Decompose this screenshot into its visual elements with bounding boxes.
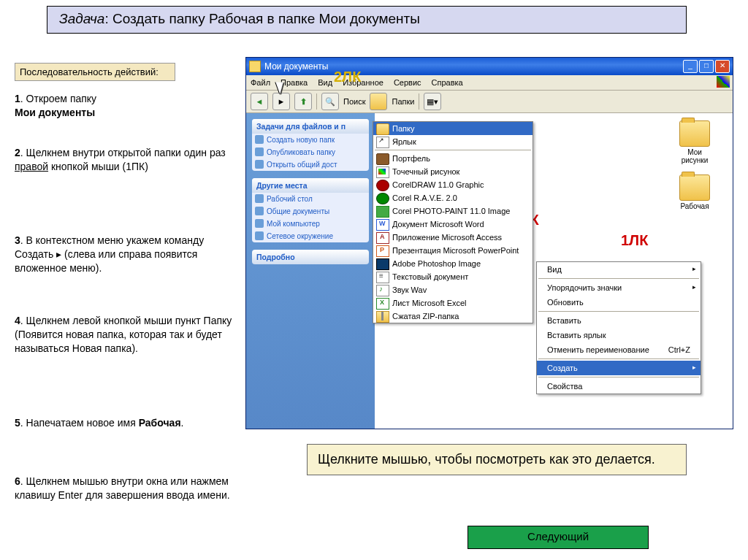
folder-working[interactable]: Рабочая xyxy=(674,174,715,210)
tasks-panel: Задачи для файлов и п Создать новую папк… xyxy=(252,119,369,171)
annotation-2lk: 2ЛК xyxy=(334,69,361,85)
search-icon[interactable]: 🔍 xyxy=(321,93,339,110)
create-bmp[interactable]: Точечный рисунок xyxy=(373,165,533,178)
menu-view[interactable]: Вид xyxy=(318,78,332,87)
folder-icon xyxy=(249,61,261,72)
ctx-paste-link[interactable]: Вставить ярлык xyxy=(537,328,701,342)
window-title: Мои документы xyxy=(264,61,328,72)
create-word[interactable]: Документ Microsoft Word xyxy=(373,218,533,231)
up-button[interactable]: ⬆ xyxy=(294,93,312,110)
task-publish[interactable]: Опубликовать папку xyxy=(252,146,369,158)
create-coreldraw[interactable]: CorelDRAW 11.0 Graphic xyxy=(373,178,533,191)
forward-button[interactable]: ► xyxy=(272,93,290,110)
create-briefcase[interactable]: Портфель xyxy=(373,152,533,165)
titlebar[interactable]: Мои документы _ □ ✕ xyxy=(246,58,733,75)
step-4: 4. Щелкнем левой кнопкой мыши пункт Папк… xyxy=(15,314,234,356)
task-create-folder[interactable]: Создать новую папк xyxy=(252,134,369,146)
menu-file[interactable]: Файл xyxy=(251,78,270,87)
step-6: 6. Щелкнем мышью внутри окна или нажмем … xyxy=(15,475,248,502)
place-network[interactable]: Сетевое окружение xyxy=(252,230,369,242)
task-share[interactable]: Открыть общий дост xyxy=(252,158,369,171)
ctx-refresh[interactable]: Обновить xyxy=(537,295,701,310)
sidebar: Задачи для файлов и п Создать новую папк… xyxy=(246,113,375,429)
create-photopaint[interactable]: Corel PHOTO-PAINT 11.0 Image xyxy=(373,204,533,218)
close-button[interactable]: ✕ xyxy=(715,60,730,73)
create-shortcut[interactable]: Ярлык xyxy=(373,135,533,148)
create-excel[interactable]: Лист Microsoft Excel xyxy=(373,296,533,310)
places-panel: Другие места Рабочий стол Общие документ… xyxy=(252,178,369,242)
annotation-1lk: 1ЛК xyxy=(621,232,648,249)
create-folder[interactable]: Папку xyxy=(373,122,533,135)
folder-my-pictures[interactable]: Мои рисунки xyxy=(674,120,715,164)
menu-help[interactable]: Справка xyxy=(432,78,463,87)
ctx-undo[interactable]: Отменить переименованиеCtrl+Z xyxy=(537,342,701,357)
toolbar: ◄ ► ⬆ 🔍 Поиск Папки ▦▾ xyxy=(246,91,733,113)
create-photoshop[interactable]: Adobe Photoshop Image xyxy=(373,257,533,270)
place-desktop[interactable]: Рабочий стол xyxy=(252,193,369,205)
details-panel: Подробно xyxy=(252,250,369,264)
task-label: Задача xyxy=(59,11,104,26)
ctx-properties[interactable]: Свойства xyxy=(537,379,701,394)
folders-label[interactable]: Папки xyxy=(392,97,414,106)
step-3: 3. В контекстном меню укажем команду Соз… xyxy=(15,234,234,275)
windows-flag-icon xyxy=(717,76,730,88)
search-label[interactable]: Поиск xyxy=(343,97,365,106)
views-button[interactable]: ▦▾ xyxy=(424,93,441,110)
place-shared[interactable]: Общие документы xyxy=(252,205,369,218)
create-wav[interactable]: Звук Wav xyxy=(373,283,533,296)
step-1: 1. Откроем папку Мои документы xyxy=(15,92,234,120)
sequence-header: Последовательность действий: xyxy=(15,63,175,81)
ctx-paste[interactable]: Вставить xyxy=(537,313,701,328)
folders-icon[interactable] xyxy=(370,93,387,110)
context-menu: Вид Упорядочить значки Обновить Вставить… xyxy=(536,261,701,394)
minimize-button[interactable]: _ xyxy=(683,60,698,73)
create-access[interactable]: Приложение Microsoft Access xyxy=(373,231,533,244)
ctx-arrange[interactable]: Упорядочить значки xyxy=(537,280,701,295)
place-computer[interactable]: Мой компьютер xyxy=(252,218,369,230)
back-button[interactable]: ◄ xyxy=(251,93,268,110)
step-2: 2. Щелкнем внутри открытой папки один ра… xyxy=(15,146,234,174)
create-powerpoint[interactable]: Презентация Microsoft PowerPoint xyxy=(373,244,533,257)
maximize-button[interactable]: □ xyxy=(699,60,714,73)
create-zip[interactable]: Сжатая ZIP-папка xyxy=(373,310,533,323)
next-button[interactable]: Следующий xyxy=(468,526,649,549)
menu-service[interactable]: Сервис xyxy=(394,78,421,87)
create-submenu: Папку Ярлык Портфель Точечный рисунок Co… xyxy=(373,121,533,323)
ctx-create[interactable]: Создать xyxy=(537,361,701,375)
step-5: 5. Напечатаем новое имя Рабочая. xyxy=(15,416,234,430)
ctx-view[interactable]: Вид xyxy=(537,262,701,277)
menu-bar: Файл Правка Вид Избранное Сервис Справка xyxy=(246,75,733,91)
create-txt[interactable]: Текстовый документ xyxy=(373,270,533,283)
task-box: Задача: Создать папку Рабочая в папке Мо… xyxy=(47,6,687,34)
hint-box: Щелкните мышью, чтобы посмотреть как это… xyxy=(307,444,687,475)
create-rave[interactable]: Corel R.A.V.E. 2.0 xyxy=(373,191,533,204)
